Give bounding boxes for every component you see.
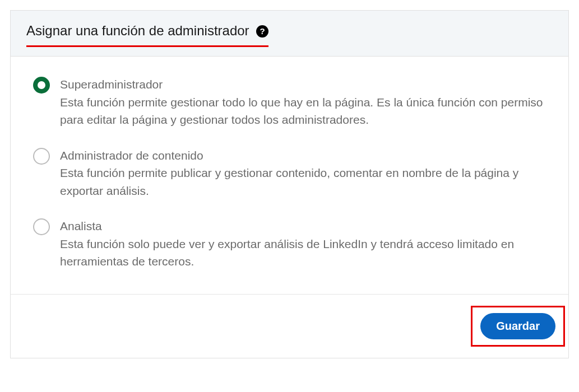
role-text: Administrador de contenido Esta función … xyxy=(60,147,546,200)
radio-button[interactable] xyxy=(33,218,50,235)
role-text: Superadministrador Esta función permite … xyxy=(60,76,546,129)
header-title-wrapper: Asignar una función de administrador ? xyxy=(26,23,268,47)
role-option-content-admin[interactable]: Administrador de contenido Esta función … xyxy=(33,147,546,200)
assign-admin-role-panel: Asignar una función de administrador ? S… xyxy=(10,10,569,358)
role-option-superadmin[interactable]: Superadministrador Esta función permite … xyxy=(33,76,546,129)
panel-title: Asignar una función de administrador xyxy=(26,23,249,38)
role-description: Esta función solo puede ver y exportar a… xyxy=(60,235,546,270)
radio-button[interactable] xyxy=(33,148,50,165)
role-title: Analista xyxy=(60,217,546,235)
help-icon[interactable]: ? xyxy=(256,25,268,38)
role-title: Superadministrador xyxy=(60,76,546,94)
role-title: Administrador de contenido xyxy=(60,147,546,165)
save-button[interactable]: Guardar xyxy=(480,313,555,339)
role-option-analyst[interactable]: Analista Esta función solo puede ver y e… xyxy=(33,217,546,270)
save-button-highlight: Guardar xyxy=(471,306,565,347)
roles-list: Superadministrador Esta función permite … xyxy=(11,57,568,294)
role-description: Esta función permite gestionar todo lo q… xyxy=(60,94,546,129)
panel-footer: Guardar xyxy=(11,294,568,358)
role-description: Esta función permite publicar y gestiona… xyxy=(60,164,546,199)
radio-button[interactable] xyxy=(33,77,50,94)
panel-header: Asignar una función de administrador ? xyxy=(11,11,568,57)
role-text: Analista Esta función solo puede ver y e… xyxy=(60,217,546,270)
